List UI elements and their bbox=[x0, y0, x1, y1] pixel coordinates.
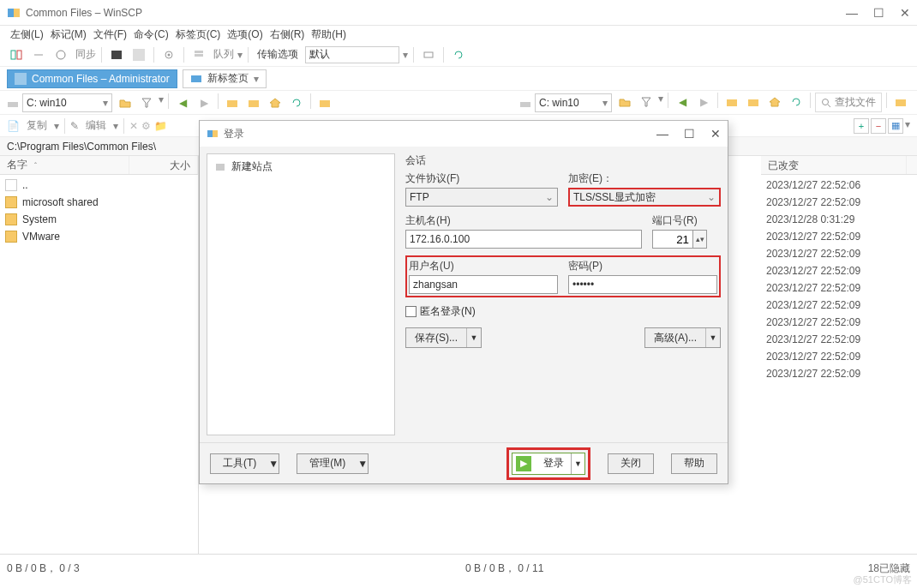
menu-left[interactable]: 左侧(L) bbox=[9, 27, 45, 42]
advanced-dropdown-icon[interactable]: ▼ bbox=[706, 333, 720, 342]
transfer-dropdown-icon[interactable]: ▾ bbox=[403, 49, 408, 61]
dialog-close-button[interactable]: ✕ bbox=[710, 127, 721, 141]
close-dialog-button[interactable]: 关闭 bbox=[608, 453, 654, 474]
new-tab-dropdown-icon[interactable]: ▾ bbox=[254, 73, 259, 85]
gear-icon[interactable] bbox=[159, 45, 178, 64]
newfolder-icon[interactable]: 📁 bbox=[154, 120, 167, 132]
menu-right[interactable]: 右侧(R) bbox=[268, 27, 307, 42]
color-icon[interactable] bbox=[129, 45, 148, 64]
list-item[interactable]: 2023/12/28 0:31:29 bbox=[761, 211, 917, 228]
list-item[interactable]: 2023/12/27 22:52:09 bbox=[761, 279, 917, 297]
list-item[interactable]: 2023/12/27 22:52:09 bbox=[761, 314, 917, 331]
advanced-button[interactable]: 高级(A)... ▼ bbox=[644, 327, 721, 348]
menu-options[interactable]: 选项(O) bbox=[225, 27, 264, 42]
protocol-combo[interactable]: FTP ⌄ bbox=[405, 188, 558, 207]
list-item[interactable]: 2023/12/27 22:52:09 bbox=[761, 228, 917, 245]
filter-icon-r[interactable] bbox=[637, 93, 656, 111]
port-spinner[interactable]: ▴▾ bbox=[652, 230, 721, 249]
bookmark-icon-r[interactable] bbox=[891, 93, 910, 111]
root-folder-icon-r[interactable] bbox=[744, 93, 763, 111]
hidden-icon[interactable] bbox=[419, 45, 438, 64]
list-item[interactable]: .. bbox=[0, 177, 198, 194]
panel-dropdown-icon[interactable]: ▾ bbox=[905, 118, 910, 134]
open-folder-icon[interactable] bbox=[116, 93, 135, 112]
parent-folder-icon[interactable] bbox=[223, 93, 242, 112]
menu-mark[interactable]: 标记(M) bbox=[49, 27, 88, 42]
list-item[interactable]: 2023/12/27 22:52:09 bbox=[761, 297, 917, 314]
parent-folder-icon-r[interactable] bbox=[722, 93, 741, 111]
list-item[interactable]: VMware bbox=[0, 228, 198, 245]
root-folder-icon[interactable] bbox=[244, 93, 263, 112]
delete-icon[interactable]: ✕ bbox=[129, 120, 138, 132]
save-dropdown-icon[interactable]: ▼ bbox=[467, 333, 481, 342]
menu-tabs[interactable]: 标签页(C) bbox=[174, 27, 223, 42]
refresh-icon[interactable] bbox=[449, 45, 468, 64]
host-input[interactable]: 172.16.0.100 bbox=[405, 230, 642, 249]
username-input[interactable]: zhangsan bbox=[409, 275, 558, 294]
back-icon-r[interactable]: ◀ bbox=[673, 93, 692, 111]
list-item[interactable]: microsoft shared bbox=[0, 194, 198, 211]
sync-icon[interactable] bbox=[51, 45, 70, 64]
properties-icon[interactable]: ⚙ bbox=[141, 120, 151, 132]
port-value[interactable] bbox=[652, 230, 693, 249]
manage-button[interactable]: 管理(M) ▼ bbox=[297, 453, 369, 474]
new-site-item[interactable]: 新建站点 bbox=[211, 158, 391, 175]
tools-dropdown-icon[interactable]: ▼ bbox=[268, 458, 279, 470]
password-input[interactable]: •••••• bbox=[568, 275, 717, 294]
manage-dropdown-icon[interactable]: ▼ bbox=[357, 458, 368, 470]
menu-cmd[interactable]: 命令(C) bbox=[132, 27, 171, 42]
plus-button[interactable]: + bbox=[854, 118, 869, 134]
menu-file[interactable]: 文件(F) bbox=[92, 27, 129, 42]
menu-help[interactable]: 帮助(H) bbox=[309, 27, 348, 42]
refresh-left-icon[interactable] bbox=[287, 93, 306, 112]
tools-button[interactable]: 工具(T) ▼ bbox=[210, 453, 279, 474]
login-dropdown-icon[interactable]: ▼ bbox=[571, 453, 584, 474]
list-item[interactable]: 2023/12/27 22:52:06 bbox=[761, 177, 917, 194]
drive-combo-left[interactable]: C: win10 ▾ bbox=[22, 93, 112, 112]
home-icon-r[interactable] bbox=[765, 93, 784, 111]
sync-browse-icon[interactable] bbox=[29, 45, 48, 64]
bookmark-icon[interactable] bbox=[315, 93, 334, 112]
site-list[interactable]: 新建站点 bbox=[207, 153, 395, 435]
session-tab-active[interactable]: Common Files – Administrator bbox=[7, 69, 177, 88]
forward-icon[interactable]: ▶ bbox=[195, 93, 213, 112]
find-files-button[interactable]: 查找文件 bbox=[815, 93, 882, 112]
back-icon[interactable]: ◀ bbox=[173, 93, 192, 112]
list-item[interactable]: 2023/12/27 22:52:09 bbox=[761, 365, 917, 382]
transfer-preset-combo[interactable]: 默认 bbox=[305, 46, 399, 63]
dialog-minimize-button[interactable]: — bbox=[656, 127, 668, 141]
list-item[interactable]: 2023/12/27 22:52:09 bbox=[761, 331, 917, 348]
maximize-button[interactable]: ☐ bbox=[873, 6, 884, 20]
compare-icon[interactable] bbox=[7, 45, 26, 64]
list-item[interactable]: System bbox=[0, 211, 198, 228]
col-size[interactable]: 大小 bbox=[129, 156, 198, 174]
save-button[interactable]: 保存(S)... ▼ bbox=[405, 327, 482, 348]
tree-button[interactable]: ▦ bbox=[888, 118, 903, 134]
dialog-maximize-button[interactable]: ☐ bbox=[684, 127, 695, 141]
console-icon[interactable] bbox=[107, 45, 126, 64]
help-button[interactable]: 帮助 bbox=[671, 453, 717, 474]
login-button[interactable]: ▶ 登录 ▼ bbox=[512, 453, 585, 475]
list-item[interactable]: 2023/12/27 22:52:09 bbox=[761, 262, 917, 279]
list-item[interactable]: 2023/12/27 22:52:09 bbox=[761, 348, 917, 365]
anonymous-row[interactable]: 匿名登录(N) bbox=[405, 304, 721, 319]
minimize-button[interactable]: — bbox=[846, 6, 858, 20]
minus-button[interactable]: − bbox=[871, 118, 886, 134]
filter-icon[interactable] bbox=[137, 93, 156, 112]
session-tab-new[interactable]: 新标签页 ▾ bbox=[183, 69, 267, 88]
port-spin-up-icon[interactable]: ▴▾ bbox=[693, 230, 707, 249]
forward-icon-r[interactable]: ▶ bbox=[694, 93, 713, 111]
home-icon[interactable] bbox=[266, 93, 285, 112]
refresh-right-icon[interactable] bbox=[787, 93, 806, 111]
col-changed[interactable]: 已改变 bbox=[761, 156, 907, 174]
list-item[interactable]: 2023/12/27 22:52:09 bbox=[761, 245, 917, 262]
open-folder-icon-r[interactable] bbox=[615, 93, 634, 111]
edit-icon[interactable]: ✎ bbox=[70, 120, 79, 132]
queue-icon[interactable] bbox=[189, 45, 208, 64]
queue-dropdown-icon[interactable]: ▾ bbox=[237, 49, 243, 61]
encryption-combo[interactable]: TLS/SSL显式加密 ⌄ bbox=[568, 188, 721, 207]
close-button[interactable]: ✕ bbox=[900, 6, 910, 20]
copy-icon[interactable]: 📄 bbox=[7, 120, 20, 132]
col-name[interactable]: 名字ˆ bbox=[0, 156, 129, 174]
list-item[interactable]: 2023/12/27 22:52:09 bbox=[761, 194, 917, 211]
